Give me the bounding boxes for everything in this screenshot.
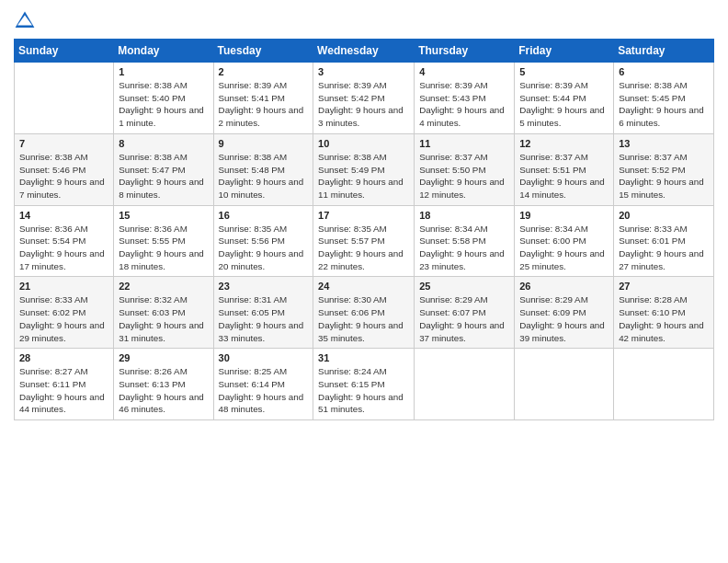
day-info: Sunrise: 8:35 AMSunset: 5:57 PMDaylight:… — [318, 223, 409, 273]
day-number: 24 — [318, 281, 409, 292]
day-number: 15 — [119, 210, 208, 221]
calendar-cell: 14Sunrise: 8:36 AMSunset: 5:54 PMDayligh… — [15, 205, 114, 277]
page-container: SundayMondayTuesdayWednesdayThursdayFrid… — [0, 0, 728, 563]
calendar-week-2: 7Sunrise: 8:38 AMSunset: 5:46 PMDaylight… — [15, 133, 714, 205]
day-info: Sunrise: 8:28 AMSunset: 6:10 PMDaylight:… — [619, 293, 709, 344]
logo — [14, 9, 40, 31]
day-number: 25 — [419, 281, 509, 292]
calendar-cell — [614, 349, 714, 420]
day-info: Sunrise: 8:38 AMSunset: 5:45 PMDaylight:… — [619, 79, 709, 130]
day-info: Sunrise: 8:36 AMSunset: 5:55 PMDaylight:… — [119, 223, 208, 273]
day-number: 30 — [219, 352, 309, 363]
day-info: Sunrise: 8:39 AMSunset: 5:42 PMDaylight:… — [318, 79, 409, 130]
day-number: 20 — [619, 210, 709, 221]
day-number: 1 — [119, 66, 208, 77]
day-number: 13 — [619, 138, 709, 149]
calendar-week-4: 21Sunrise: 8:33 AMSunset: 6:02 PMDayligh… — [15, 277, 714, 349]
day-number: 16 — [219, 210, 309, 221]
calendar-cell: 22Sunrise: 8:32 AMSunset: 6:03 PMDayligh… — [114, 277, 213, 349]
day-number: 9 — [219, 138, 309, 149]
calendar-cell: 3Sunrise: 8:39 AMSunset: 5:42 PMDaylight… — [313, 63, 415, 134]
day-info: Sunrise: 8:36 AMSunset: 5:54 PMDaylight:… — [19, 223, 108, 273]
calendar-cell: 28Sunrise: 8:27 AMSunset: 6:11 PMDayligh… — [15, 349, 114, 420]
calendar-cell: 29Sunrise: 8:26 AMSunset: 6:13 PMDayligh… — [114, 349, 213, 420]
day-info: Sunrise: 8:35 AMSunset: 5:56 PMDaylight:… — [219, 223, 309, 273]
day-info: Sunrise: 8:39 AMSunset: 5:41 PMDaylight:… — [219, 79, 309, 130]
calendar-week-5: 28Sunrise: 8:27 AMSunset: 6:11 PMDayligh… — [15, 349, 714, 420]
calendar-cell: 26Sunrise: 8:29 AMSunset: 6:09 PMDayligh… — [515, 277, 614, 349]
calendar-header-wednesday: Wednesday — [313, 40, 415, 63]
day-info: Sunrise: 8:37 AMSunset: 5:51 PMDaylight:… — [519, 151, 609, 201]
day-number: 5 — [519, 66, 609, 77]
day-number: 26 — [519, 281, 609, 292]
day-number: 28 — [19, 352, 108, 363]
day-number: 23 — [219, 281, 309, 292]
calendar-cell: 1Sunrise: 8:38 AMSunset: 5:40 PMDaylight… — [114, 63, 213, 134]
day-number: 14 — [19, 210, 108, 221]
calendar-header-friday: Friday — [515, 40, 614, 63]
day-number: 18 — [419, 210, 509, 221]
calendar-header-row: SundayMondayTuesdayWednesdayThursdayFrid… — [15, 40, 714, 63]
calendar-cell: 13Sunrise: 8:37 AMSunset: 5:52 PMDayligh… — [614, 133, 714, 205]
day-info: Sunrise: 8:29 AMSunset: 6:09 PMDaylight:… — [519, 293, 609, 344]
day-number: 22 — [119, 281, 208, 292]
day-number: 21 — [19, 281, 108, 292]
calendar-cell: 20Sunrise: 8:33 AMSunset: 6:01 PMDayligh… — [614, 205, 714, 277]
day-info: Sunrise: 8:38 AMSunset: 5:49 PMDaylight:… — [318, 151, 409, 201]
day-info: Sunrise: 8:33 AMSunset: 6:01 PMDaylight:… — [619, 223, 709, 273]
day-number: 31 — [318, 352, 409, 363]
calendar-cell: 23Sunrise: 8:31 AMSunset: 6:05 PMDayligh… — [213, 277, 313, 349]
day-info: Sunrise: 8:37 AMSunset: 5:52 PMDaylight:… — [619, 151, 709, 201]
calendar-cell: 30Sunrise: 8:25 AMSunset: 6:14 PMDayligh… — [213, 349, 313, 420]
day-number: 4 — [419, 66, 509, 77]
day-number: 19 — [519, 210, 609, 221]
calendar-table: SundayMondayTuesdayWednesdayThursdayFrid… — [14, 39, 714, 420]
day-number: 27 — [619, 281, 709, 292]
calendar-week-3: 14Sunrise: 8:36 AMSunset: 5:54 PMDayligh… — [15, 205, 714, 277]
day-info: Sunrise: 8:31 AMSunset: 6:05 PMDaylight:… — [219, 293, 309, 344]
calendar-cell: 16Sunrise: 8:35 AMSunset: 5:56 PMDayligh… — [213, 205, 313, 277]
calendar-cell: 31Sunrise: 8:24 AMSunset: 6:15 PMDayligh… — [313, 349, 415, 420]
day-number: 17 — [318, 210, 409, 221]
calendar-cell — [15, 63, 114, 134]
calendar-cell: 4Sunrise: 8:39 AMSunset: 5:43 PMDaylight… — [415, 63, 515, 134]
calendar-week-1: 1Sunrise: 8:38 AMSunset: 5:40 PMDaylight… — [15, 63, 714, 134]
day-number: 2 — [219, 66, 309, 77]
day-info: Sunrise: 8:26 AMSunset: 6:13 PMDaylight:… — [119, 365, 208, 416]
calendar-cell: 21Sunrise: 8:33 AMSunset: 6:02 PMDayligh… — [15, 277, 114, 349]
day-info: Sunrise: 8:38 AMSunset: 5:40 PMDaylight:… — [119, 79, 208, 130]
day-info: Sunrise: 8:34 AMSunset: 5:58 PMDaylight:… — [419, 223, 509, 273]
logo-icon — [14, 9, 36, 31]
calendar-cell: 6Sunrise: 8:38 AMSunset: 5:45 PMDaylight… — [614, 63, 714, 134]
day-number: 11 — [419, 138, 509, 149]
calendar-header-saturday: Saturday — [614, 40, 714, 63]
calendar-header-monday: Monday — [114, 40, 213, 63]
calendar-cell: 12Sunrise: 8:37 AMSunset: 5:51 PMDayligh… — [515, 133, 614, 205]
day-info: Sunrise: 8:24 AMSunset: 6:15 PMDaylight:… — [318, 365, 409, 416]
day-info: Sunrise: 8:37 AMSunset: 5:50 PMDaylight:… — [419, 151, 509, 201]
calendar-header-thursday: Thursday — [415, 40, 515, 63]
day-number: 3 — [318, 66, 409, 77]
calendar-cell: 10Sunrise: 8:38 AMSunset: 5:49 PMDayligh… — [313, 133, 415, 205]
day-info: Sunrise: 8:34 AMSunset: 6:00 PMDaylight:… — [519, 223, 609, 273]
day-number: 6 — [619, 66, 709, 77]
day-info: Sunrise: 8:30 AMSunset: 6:06 PMDaylight:… — [318, 293, 409, 344]
day-number: 29 — [119, 352, 208, 363]
day-info: Sunrise: 8:32 AMSunset: 6:03 PMDaylight:… — [119, 293, 208, 344]
day-info: Sunrise: 8:39 AMSunset: 5:44 PMDaylight:… — [519, 79, 609, 130]
calendar-cell: 18Sunrise: 8:34 AMSunset: 5:58 PMDayligh… — [415, 205, 515, 277]
day-info: Sunrise: 8:38 AMSunset: 5:48 PMDaylight:… — [219, 151, 309, 201]
day-info: Sunrise: 8:27 AMSunset: 6:11 PMDaylight:… — [19, 365, 108, 416]
calendar-cell: 25Sunrise: 8:29 AMSunset: 6:07 PMDayligh… — [415, 277, 515, 349]
calendar-cell: 11Sunrise: 8:37 AMSunset: 5:50 PMDayligh… — [415, 133, 515, 205]
day-info: Sunrise: 8:33 AMSunset: 6:02 PMDaylight:… — [19, 293, 108, 344]
calendar-cell — [515, 349, 614, 420]
calendar-header-tuesday: Tuesday — [213, 40, 313, 63]
day-number: 7 — [19, 138, 108, 149]
day-number: 12 — [519, 138, 609, 149]
day-info: Sunrise: 8:38 AMSunset: 5:46 PMDaylight:… — [19, 151, 108, 201]
calendar-header-sunday: Sunday — [15, 40, 114, 63]
calendar-cell — [415, 349, 515, 420]
calendar-cell: 8Sunrise: 8:38 AMSunset: 5:47 PMDaylight… — [114, 133, 213, 205]
day-info: Sunrise: 8:25 AMSunset: 6:14 PMDaylight:… — [219, 365, 309, 416]
